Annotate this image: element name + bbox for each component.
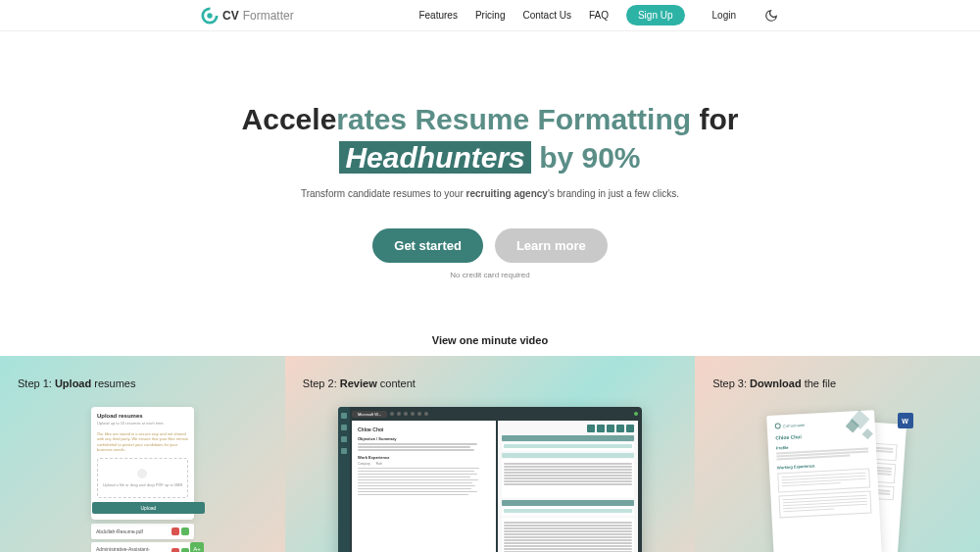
upload-panel-mock: Upload resumes Upload up to 10 resumes a…	[91, 407, 194, 520]
step-2: Step 2: Review content Microsoft W... Ch…	[285, 356, 695, 552]
section-header-mock	[502, 435, 634, 441]
nav: Features Pricing Contact Us FAQ Sign Up …	[418, 5, 779, 25]
action-icon	[597, 425, 605, 432]
action-icon	[626, 425, 634, 432]
action-chips	[502, 425, 634, 432]
step-1: Step 1: Upload resumes Upload resumes Up…	[0, 356, 285, 552]
sidebar-icon	[341, 436, 347, 442]
status-icon	[181, 548, 189, 552]
no-credit-card-text: No credit card required	[0, 271, 980, 279]
steps-row: Step 1: Upload resumes Upload resumes Up…	[0, 356, 980, 552]
logo[interactable]: CVFormatter	[201, 7, 294, 25]
doc-page-front: CVFormatter Chloe Choi Profile Working E…	[766, 410, 882, 552]
login-button[interactable]: Login	[703, 5, 746, 25]
nav-pricing[interactable]: Pricing	[475, 10, 506, 21]
step-3-title: Step 3: Download the file	[712, 377, 962, 389]
brand-prefix: CV	[222, 9, 239, 23]
delete-icon	[172, 548, 179, 552]
signup-button[interactable]: Sign Up	[626, 5, 685, 25]
step-1-title: Step 1: Upload resumes	[18, 377, 268, 389]
sidebar-icon	[341, 448, 347, 454]
sidebar-icon	[341, 425, 347, 430]
sidebar-icon	[341, 413, 347, 419]
theme-toggle[interactable]	[763, 8, 779, 24]
hero: Accelerates Resume Formatting for Headhu…	[0, 31, 980, 297]
svg-point-1	[207, 13, 212, 18]
logo-icon	[774, 423, 780, 428]
action-icon	[607, 425, 614, 432]
action-icon	[616, 425, 624, 432]
cloud-upload-icon	[137, 469, 147, 478]
delete-icon	[172, 527, 179, 535]
upload-button-mock: Upload	[92, 502, 205, 514]
moon-icon	[764, 9, 778, 23]
doc-corner-decoration	[835, 410, 876, 451]
file-item: Abdullah-Resume.pdf	[91, 524, 194, 539]
doc-preview-mock: Chloe Choi Objective / Summary Work Expe…	[352, 421, 496, 552]
header: CVFormatter Features Pricing Contact Us …	[0, 0, 980, 31]
dropzone-mock: Upload a file or drag and drop PDF up to…	[97, 458, 188, 498]
brand-suffix: Formatter	[243, 9, 294, 23]
form-panel-mock	[498, 421, 638, 552]
download-preview-mock: Working Experience CVFormatter Chloe Cho…	[764, 407, 911, 552]
status-icon	[181, 527, 189, 535]
get-started-button[interactable]: Get started	[372, 228, 483, 263]
review-panel-mock: Microsoft W... Chloe Choi Objective / Su…	[338, 407, 642, 552]
nav-features[interactable]: Features	[418, 10, 457, 21]
logo-icon	[201, 7, 219, 25]
word-file-icon: W	[898, 413, 913, 428]
app-sidebar-mock	[338, 407, 350, 552]
step-2-title: Step 2: Review content	[303, 377, 677, 389]
action-icon	[587, 425, 595, 432]
hero-title: Accelerates Resume Formatting for Headhu…	[0, 100, 980, 176]
hero-subtitle: Transform candidate resumes to your recr…	[0, 188, 980, 199]
nav-faq[interactable]: FAQ	[589, 10, 609, 21]
hero-buttons: Get started Learn more	[0, 228, 980, 263]
step-3: Step 3: Download the file Working Experi…	[695, 356, 980, 552]
nav-contact[interactable]: Contact Us	[522, 10, 570, 21]
file-item: Administrative-Assistant-Resume...A+	[91, 542, 194, 552]
doc-toolbar-mock: Microsoft W...	[352, 409, 638, 419]
grade-badge: A+	[190, 542, 204, 552]
learn-more-button[interactable]: Learn more	[495, 228, 608, 263]
file-list-mock: Abdullah-Resume.pdf Administrative-Assis…	[91, 524, 194, 552]
video-label[interactable]: View one minute video	[0, 334, 980, 346]
